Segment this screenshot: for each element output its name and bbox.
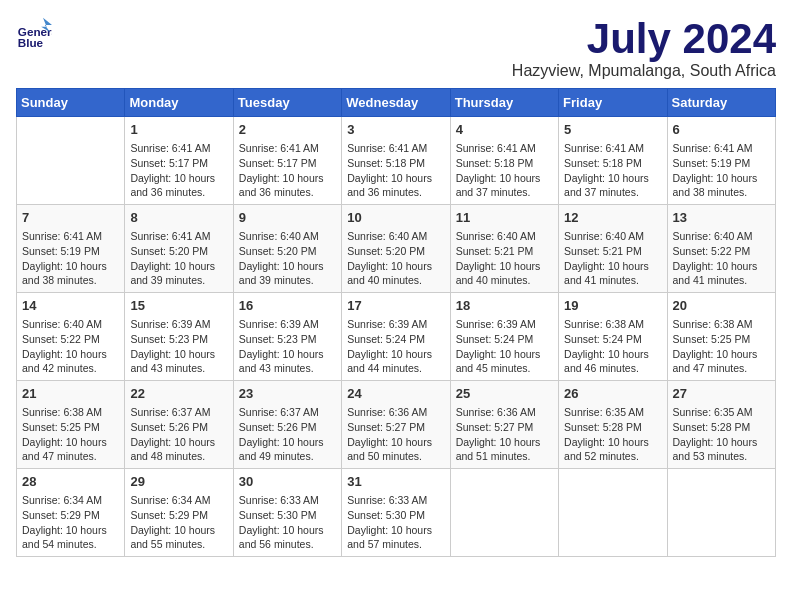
date-number: 17: [347, 297, 444, 315]
cell-daylight-info: Sunrise: 6:33 AM Sunset: 5:30 PM Dayligh…: [347, 493, 444, 552]
day-header-friday: Friday: [559, 89, 667, 117]
calendar-cell: 27Sunrise: 6:35 AM Sunset: 5:28 PM Dayli…: [667, 381, 775, 469]
calendar-cell: 5Sunrise: 6:41 AM Sunset: 5:18 PM Daylig…: [559, 117, 667, 205]
cell-daylight-info: Sunrise: 6:38 AM Sunset: 5:24 PM Dayligh…: [564, 317, 661, 376]
date-number: 11: [456, 209, 553, 227]
calendar-cell: 11Sunrise: 6:40 AM Sunset: 5:21 PM Dayli…: [450, 205, 558, 293]
calendar-cell: 1Sunrise: 6:41 AM Sunset: 5:17 PM Daylig…: [125, 117, 233, 205]
date-number: 6: [673, 121, 770, 139]
calendar-cell: 29Sunrise: 6:34 AM Sunset: 5:29 PM Dayli…: [125, 468, 233, 556]
cell-daylight-info: Sunrise: 6:40 AM Sunset: 5:20 PM Dayligh…: [239, 229, 336, 288]
calendar-cell: [667, 468, 775, 556]
title-block: July 2024 Hazyview, Mpumalanga, South Af…: [512, 16, 776, 80]
calendar-cell: 21Sunrise: 6:38 AM Sunset: 5:25 PM Dayli…: [17, 381, 125, 469]
calendar-cell: [450, 468, 558, 556]
cell-daylight-info: Sunrise: 6:41 AM Sunset: 5:19 PM Dayligh…: [22, 229, 119, 288]
date-number: 15: [130, 297, 227, 315]
calendar-cell: 22Sunrise: 6:37 AM Sunset: 5:26 PM Dayli…: [125, 381, 233, 469]
calendar-week-row: 28Sunrise: 6:34 AM Sunset: 5:29 PM Dayli…: [17, 468, 776, 556]
calendar-week-row: 14Sunrise: 6:40 AM Sunset: 5:22 PM Dayli…: [17, 293, 776, 381]
date-number: 28: [22, 473, 119, 491]
date-number: 31: [347, 473, 444, 491]
date-number: 10: [347, 209, 444, 227]
calendar-cell: 18Sunrise: 6:39 AM Sunset: 5:24 PM Dayli…: [450, 293, 558, 381]
cell-daylight-info: Sunrise: 6:41 AM Sunset: 5:20 PM Dayligh…: [130, 229, 227, 288]
day-header-sunday: Sunday: [17, 89, 125, 117]
logo: General Blue: [16, 16, 52, 52]
cell-daylight-info: Sunrise: 6:36 AM Sunset: 5:27 PM Dayligh…: [456, 405, 553, 464]
calendar-cell: 28Sunrise: 6:34 AM Sunset: 5:29 PM Dayli…: [17, 468, 125, 556]
calendar-cell: 17Sunrise: 6:39 AM Sunset: 5:24 PM Dayli…: [342, 293, 450, 381]
calendar-cell: 24Sunrise: 6:36 AM Sunset: 5:27 PM Dayli…: [342, 381, 450, 469]
date-number: 4: [456, 121, 553, 139]
date-number: 5: [564, 121, 661, 139]
calendar-week-row: 1Sunrise: 6:41 AM Sunset: 5:17 PM Daylig…: [17, 117, 776, 205]
date-number: 16: [239, 297, 336, 315]
cell-daylight-info: Sunrise: 6:40 AM Sunset: 5:22 PM Dayligh…: [673, 229, 770, 288]
cell-daylight-info: Sunrise: 6:41 AM Sunset: 5:18 PM Dayligh…: [347, 141, 444, 200]
calendar-cell: 13Sunrise: 6:40 AM Sunset: 5:22 PM Dayli…: [667, 205, 775, 293]
cell-daylight-info: Sunrise: 6:40 AM Sunset: 5:22 PM Dayligh…: [22, 317, 119, 376]
cell-daylight-info: Sunrise: 6:38 AM Sunset: 5:25 PM Dayligh…: [22, 405, 119, 464]
cell-daylight-info: Sunrise: 6:39 AM Sunset: 5:23 PM Dayligh…: [130, 317, 227, 376]
calendar-cell: 9Sunrise: 6:40 AM Sunset: 5:20 PM Daylig…: [233, 205, 341, 293]
date-number: 3: [347, 121, 444, 139]
calendar-cell: 14Sunrise: 6:40 AM Sunset: 5:22 PM Dayli…: [17, 293, 125, 381]
cell-daylight-info: Sunrise: 6:34 AM Sunset: 5:29 PM Dayligh…: [22, 493, 119, 552]
cell-daylight-info: Sunrise: 6:41 AM Sunset: 5:17 PM Dayligh…: [130, 141, 227, 200]
calendar-cell: 26Sunrise: 6:35 AM Sunset: 5:28 PM Dayli…: [559, 381, 667, 469]
calendar-cell: 25Sunrise: 6:36 AM Sunset: 5:27 PM Dayli…: [450, 381, 558, 469]
cell-daylight-info: Sunrise: 6:41 AM Sunset: 5:18 PM Dayligh…: [456, 141, 553, 200]
day-header-thursday: Thursday: [450, 89, 558, 117]
date-number: 18: [456, 297, 553, 315]
calendar-cell: 16Sunrise: 6:39 AM Sunset: 5:23 PM Dayli…: [233, 293, 341, 381]
date-number: 13: [673, 209, 770, 227]
calendar-cell: 4Sunrise: 6:41 AM Sunset: 5:18 PM Daylig…: [450, 117, 558, 205]
date-number: 19: [564, 297, 661, 315]
day-header-saturday: Saturday: [667, 89, 775, 117]
calendar-cell: 15Sunrise: 6:39 AM Sunset: 5:23 PM Dayli…: [125, 293, 233, 381]
date-number: 29: [130, 473, 227, 491]
date-number: 22: [130, 385, 227, 403]
page-subtitle: Hazyview, Mpumalanga, South Africa: [512, 62, 776, 80]
calendar-cell: [559, 468, 667, 556]
cell-daylight-info: Sunrise: 6:35 AM Sunset: 5:28 PM Dayligh…: [673, 405, 770, 464]
cell-daylight-info: Sunrise: 6:41 AM Sunset: 5:19 PM Dayligh…: [673, 141, 770, 200]
cell-daylight-info: Sunrise: 6:39 AM Sunset: 5:24 PM Dayligh…: [347, 317, 444, 376]
calendar-cell: 7Sunrise: 6:41 AM Sunset: 5:19 PM Daylig…: [17, 205, 125, 293]
svg-text:Blue: Blue: [18, 36, 44, 49]
day-header-wednesday: Wednesday: [342, 89, 450, 117]
cell-daylight-info: Sunrise: 6:40 AM Sunset: 5:21 PM Dayligh…: [564, 229, 661, 288]
date-number: 8: [130, 209, 227, 227]
date-number: 30: [239, 473, 336, 491]
date-number: 14: [22, 297, 119, 315]
date-number: 27: [673, 385, 770, 403]
cell-daylight-info: Sunrise: 6:38 AM Sunset: 5:25 PM Dayligh…: [673, 317, 770, 376]
cell-daylight-info: Sunrise: 6:37 AM Sunset: 5:26 PM Dayligh…: [130, 405, 227, 464]
date-number: 2: [239, 121, 336, 139]
cell-daylight-info: Sunrise: 6:39 AM Sunset: 5:24 PM Dayligh…: [456, 317, 553, 376]
calendar-cell: 10Sunrise: 6:40 AM Sunset: 5:20 PM Dayli…: [342, 205, 450, 293]
cell-daylight-info: Sunrise: 6:41 AM Sunset: 5:18 PM Dayligh…: [564, 141, 661, 200]
date-number: 7: [22, 209, 119, 227]
cell-daylight-info: Sunrise: 6:37 AM Sunset: 5:26 PM Dayligh…: [239, 405, 336, 464]
cell-daylight-info: Sunrise: 6:40 AM Sunset: 5:21 PM Dayligh…: [456, 229, 553, 288]
date-number: 1: [130, 121, 227, 139]
calendar-table: SundayMondayTuesdayWednesdayThursdayFrid…: [16, 88, 776, 557]
date-number: 23: [239, 385, 336, 403]
date-number: 9: [239, 209, 336, 227]
calendar-cell: 12Sunrise: 6:40 AM Sunset: 5:21 PM Dayli…: [559, 205, 667, 293]
date-number: 21: [22, 385, 119, 403]
cell-daylight-info: Sunrise: 6:34 AM Sunset: 5:29 PM Dayligh…: [130, 493, 227, 552]
calendar-cell: 20Sunrise: 6:38 AM Sunset: 5:25 PM Dayli…: [667, 293, 775, 381]
date-number: 24: [347, 385, 444, 403]
cell-daylight-info: Sunrise: 6:36 AM Sunset: 5:27 PM Dayligh…: [347, 405, 444, 464]
day-header-monday: Monday: [125, 89, 233, 117]
cell-daylight-info: Sunrise: 6:39 AM Sunset: 5:23 PM Dayligh…: [239, 317, 336, 376]
calendar-cell: 30Sunrise: 6:33 AM Sunset: 5:30 PM Dayli…: [233, 468, 341, 556]
calendar-cell: [17, 117, 125, 205]
logo-icon: General Blue: [16, 16, 52, 52]
page-title: July 2024: [512, 16, 776, 62]
calendar-cell: 6Sunrise: 6:41 AM Sunset: 5:19 PM Daylig…: [667, 117, 775, 205]
cell-daylight-info: Sunrise: 6:35 AM Sunset: 5:28 PM Dayligh…: [564, 405, 661, 464]
